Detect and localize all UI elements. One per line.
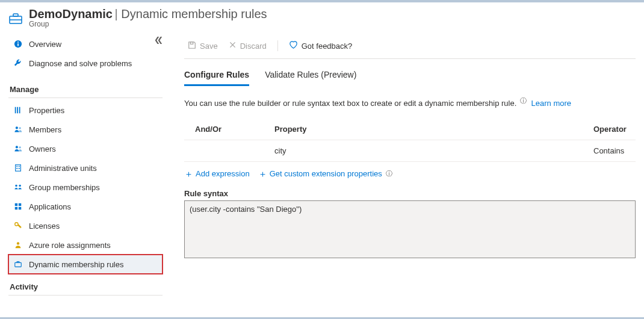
info-icon[interactable]: ⓘ xyxy=(386,169,392,178)
page-header: DemoDynamic | Dynamic membership rules G… xyxy=(8,7,636,29)
properties-icon xyxy=(13,105,23,115)
description-row: You can use the rule builder or rule syn… xyxy=(184,96,636,108)
svg-rect-4 xyxy=(17,43,19,46)
tabs: Configure Rules Validate Rules (Preview) xyxy=(184,67,636,87)
sidebar-item-label: Overview xyxy=(29,40,61,49)
sidebar-item-owners[interactable]: Owners xyxy=(8,139,163,158)
sidebar-item-label: Owners xyxy=(29,144,56,153)
svg-point-12 xyxy=(19,146,20,148)
svg-rect-1 xyxy=(13,14,18,16)
sidebar-item-overview[interactable]: Overview xyxy=(8,34,163,54)
save-label: Save xyxy=(200,42,218,51)
command-bar: Save Discard Got feedback? xyxy=(184,36,636,59)
svg-rect-13 xyxy=(16,165,21,172)
tab-validate-rules[interactable]: Validate Rules (Preview) xyxy=(265,67,356,86)
svg-point-9 xyxy=(15,126,17,129)
sidebar-item-role-assignments[interactable]: Azure role assignments xyxy=(8,235,163,255)
grid-icon xyxy=(13,202,23,211)
col-andor: And/Or xyxy=(184,125,274,134)
save-button[interactable]: Save xyxy=(184,40,221,52)
rule-syntax-textbox[interactable]: (user.city -contains "San Diego") xyxy=(184,200,636,258)
sidebar-item-label: Licenses xyxy=(29,221,60,231)
discard-label: Discard xyxy=(240,42,267,51)
add-expression-label: Add expression xyxy=(196,169,250,178)
plus-icon: ＋ xyxy=(184,169,193,178)
description-text: You can use the rule builder or rule syn… xyxy=(184,99,516,108)
sidebar-item-group-memberships[interactable]: Group memberships xyxy=(8,178,163,197)
briefcase-icon xyxy=(13,259,23,269)
svg-rect-14 xyxy=(16,166,17,167)
info-icon[interactable]: ⓘ xyxy=(520,97,527,104)
svg-point-10 xyxy=(19,127,20,129)
table-row[interactable]: city Contains xyxy=(184,140,636,162)
sidebar-item-label: Members xyxy=(29,125,61,134)
cell-operator: Contains xyxy=(593,146,636,155)
svg-rect-17 xyxy=(19,168,20,169)
rule-syntax-label: Rule syntax xyxy=(184,189,636,198)
sidebar-item-members[interactable]: Members xyxy=(8,120,163,139)
info-icon xyxy=(13,39,23,49)
learn-more-link[interactable]: Learn more xyxy=(531,99,571,108)
get-extension-properties-button[interactable]: ＋ Get custom extension properties ⓘ xyxy=(258,169,395,178)
table-actions: ＋ Add expression ＋ Get custom extension … xyxy=(184,169,636,178)
svg-rect-5 xyxy=(17,42,19,43)
tab-configure-rules[interactable]: Configure Rules xyxy=(184,67,249,86)
feedback-label: Got feedback? xyxy=(302,42,353,51)
groups-icon xyxy=(13,182,23,192)
svg-point-18 xyxy=(15,185,17,187)
svg-point-11 xyxy=(15,146,17,148)
svg-rect-8 xyxy=(19,107,20,114)
people-icon xyxy=(13,125,23,134)
sidebar-item-applications[interactable]: Applications xyxy=(8,197,163,216)
sidebar-item-label: Azure role assignments xyxy=(29,241,111,250)
key-icon xyxy=(13,221,23,231)
svg-rect-28 xyxy=(190,42,193,44)
svg-rect-23 xyxy=(19,207,21,209)
save-icon xyxy=(188,41,196,51)
sidebar-item-label: Dynamic membership rules xyxy=(29,260,124,269)
svg-rect-22 xyxy=(15,207,17,209)
sidebar-item-admin-units[interactable]: Administrative units xyxy=(8,158,163,178)
svg-point-25 xyxy=(17,242,19,244)
person-icon xyxy=(13,240,23,250)
main-content: Save Discard Got feedback? Config xyxy=(167,34,636,317)
sidebar-item-label: Administrative units xyxy=(29,164,97,173)
briefcase-icon xyxy=(8,13,23,25)
svg-rect-21 xyxy=(19,203,21,206)
feedback-button[interactable]: Got feedback? xyxy=(285,39,356,52)
sidebar-item-dynamic-rules[interactable]: Dynamic membership rules xyxy=(8,255,163,274)
command-separator xyxy=(277,40,278,51)
get-ext-label: Get custom extension properties xyxy=(270,169,382,178)
svg-rect-15 xyxy=(19,166,20,167)
plus-icon: ＋ xyxy=(258,169,267,178)
wrench-icon xyxy=(13,58,23,68)
svg-rect-7 xyxy=(17,107,18,114)
page-subtitle: Dynamic membership rules xyxy=(121,7,267,20)
page-title: DemoDynamic xyxy=(29,7,113,20)
collapse-sidebar-icon[interactable]: ❮❮ xyxy=(154,36,160,44)
add-expression-button[interactable]: ＋ Add expression xyxy=(184,169,250,178)
sidebar-item-diagnose[interactable]: Diagnose and solve problems xyxy=(8,54,163,73)
heart-icon xyxy=(289,40,298,51)
title-separator: | xyxy=(115,7,122,20)
sidebar-section-activity: Activity xyxy=(8,274,163,296)
svg-rect-20 xyxy=(15,203,17,206)
sidebar-item-label: Diagnose and solve problems xyxy=(29,59,132,68)
close-icon xyxy=(229,41,237,51)
sidebar-item-label: Properties xyxy=(29,106,64,115)
table-header: And/Or Property Operator xyxy=(184,119,636,140)
svg-rect-6 xyxy=(15,107,16,114)
svg-rect-26 xyxy=(15,262,22,267)
sidebar-item-properties[interactable]: Properties xyxy=(8,101,163,120)
sidebar-item-licenses[interactable]: Licenses xyxy=(8,216,163,235)
discard-button[interactable]: Discard xyxy=(225,40,270,52)
col-property: Property xyxy=(274,125,593,134)
sidebar-section-manage: Manage xyxy=(8,73,163,98)
cell-property: city xyxy=(274,146,593,155)
svg-point-19 xyxy=(19,185,21,187)
building-icon xyxy=(13,163,23,173)
sidebar-item-label: Applications xyxy=(29,202,71,211)
people-icon xyxy=(13,144,23,153)
sidebar: ❮❮ Overview Diagnose and solve problems … xyxy=(8,34,167,317)
sidebar-item-label: Group memberships xyxy=(29,183,100,192)
